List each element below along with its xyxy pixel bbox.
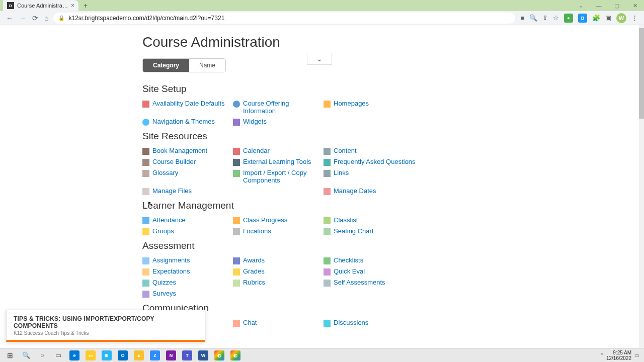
admin-link[interactable]: Locations	[243, 227, 271, 235]
search-button[interactable]: 🔍	[18, 348, 34, 363]
kebab-menu-icon[interactable]: ⋮	[631, 14, 638, 22]
admin-link-item: Content	[324, 147, 424, 155]
share-icon[interactable]: ⇪	[542, 14, 548, 22]
admin-link[interactable]: Widgets	[243, 118, 267, 125]
system-clock[interactable]: 9:25 AM 12/16/2022	[606, 350, 631, 361]
admin-link[interactable]: Book Management	[152, 147, 207, 154]
app-explorer[interactable]: ▭	[83, 348, 99, 363]
extension-1-icon[interactable]: ●	[564, 14, 573, 23]
app-store[interactable]: ⊞	[99, 348, 115, 363]
maximize-icon[interactable]: ▢	[608, 0, 626, 11]
links-icon	[324, 170, 331, 177]
tray-chevron[interactable]: ˄	[601, 352, 603, 358]
home-icon[interactable]: ⌂	[44, 14, 48, 22]
notifications-icon[interactable]: ▭	[634, 352, 639, 358]
admin-link[interactable]: Quick Eval	[334, 267, 365, 275]
admin-link[interactable]: Class Progress	[243, 216, 287, 224]
zoom-icon[interactable]: 🔍	[529, 14, 537, 22]
panel-icon[interactable]: ▣	[605, 14, 611, 22]
video-icon[interactable]: ■	[520, 14, 524, 22]
app-teams[interactable]: T	[179, 348, 195, 363]
admin-link[interactable]: Self Assessments	[334, 279, 385, 286]
forward-icon[interactable]: →	[19, 14, 26, 22]
notification-toast[interactable]: TIPS & TRICKS: USING IMPORT/EXPORT/COPY …	[6, 310, 205, 342]
admin-link[interactable]: Availability Date Defaults	[152, 100, 225, 107]
close-tab-icon[interactable]: ×	[71, 2, 74, 9]
nav-expand-caret[interactable]: ⌄	[307, 53, 332, 65]
tab-category[interactable]: Category	[143, 59, 189, 72]
close-window-icon[interactable]: ✕	[626, 0, 644, 11]
new-tab-button[interactable]: +	[78, 0, 93, 11]
admin-link[interactable]: Rubrics	[243, 279, 265, 286]
admin-link-item: Grades	[233, 267, 324, 276]
window-titlebar: D Course Administration - BC Sand... × +…	[0, 0, 644, 11]
taskview-button[interactable]: ▭	[50, 348, 66, 363]
admin-link[interactable]: Classlist	[334, 216, 358, 224]
app-chrome-1[interactable]: ◐	[211, 348, 227, 363]
heading-assessment: Assessment	[142, 240, 555, 251]
admin-link-item: Classlist	[324, 216, 414, 224]
app-word[interactable]: W	[195, 348, 211, 363]
scrollbar-thumb[interactable]	[639, 28, 644, 119]
quick-icon	[324, 268, 331, 276]
admin-link[interactable]: Awards	[243, 256, 265, 264]
admin-link[interactable]: Course Offering Information	[243, 100, 324, 115]
admin-link[interactable]: Seating Chart	[334, 227, 374, 235]
admin-link[interactable]: Attendance	[152, 216, 186, 224]
admin-link[interactable]: Groups	[152, 227, 174, 235]
address-bar[interactable]: 🔒 k12sr.brightspacedemo.com/d2l/lp/cmc/m…	[53, 13, 515, 24]
admin-link[interactable]: Quizzes	[152, 279, 176, 286]
admin-link[interactable]: Glossary	[152, 169, 178, 176]
admin-link[interactable]: Assignments	[152, 256, 190, 264]
start-button[interactable]: ⊞	[2, 348, 18, 363]
admin-link[interactable]: Homepages	[334, 100, 369, 107]
att-icon	[142, 217, 149, 224]
admin-link[interactable]: Manage Dates	[334, 187, 376, 195]
admin-link[interactable]: Expectations	[152, 267, 190, 275]
admin-link-item: Checklists	[324, 256, 414, 264]
admin-link[interactable]: Manage Files	[152, 187, 192, 195]
admin-link[interactable]: Calendar	[243, 147, 270, 154]
admin-link[interactable]: Navigation & Themes	[152, 118, 215, 125]
browser-tab[interactable]: D Course Administration - BC Sand... ×	[3, 0, 78, 11]
app-edge[interactable]: e	[66, 348, 83, 363]
minimize-icon[interactable]: —	[590, 0, 608, 11]
cal-icon	[142, 101, 149, 108]
builder-icon	[142, 159, 149, 166]
grid-learner-mgmt: AttendanceClass ProgressClasslistGroupsL…	[142, 216, 555, 235]
app-outlook[interactable]: O	[115, 348, 131, 363]
admin-link[interactable]: External Learning Tools	[243, 158, 311, 165]
extension-2-icon[interactable]: B	[578, 14, 587, 23]
app-onenote[interactable]: N	[163, 348, 179, 363]
bookmark-icon[interactable]: ☆	[553, 14, 559, 22]
admin-link[interactable]: Checklists	[334, 256, 363, 264]
admin-link-item: Course Builder	[142, 158, 233, 166]
admin-link[interactable]: Content	[334, 147, 357, 154]
grid-assessment: AssignmentsAwardsChecklistsExpectationsG…	[142, 256, 555, 298]
admin-link[interactable]: Discussions	[334, 319, 368, 326]
grid-site-resources: Book ManagementCalendarContentCourse Bui…	[142, 147, 555, 195]
admin-link-item: External Learning Tools	[233, 158, 324, 166]
admin-link[interactable]: Chat	[243, 319, 257, 326]
chevron-down-icon[interactable]: ⌄	[572, 0, 590, 11]
admin-link[interactable]: Links	[334, 169, 349, 176]
grid-site-setup: Availability Date DefaultsCourse Offerin…	[142, 100, 555, 126]
app-zoom[interactable]: Z	[147, 348, 163, 363]
reload-icon[interactable]: ⟳	[32, 14, 38, 22]
extensions-icon[interactable]: 🧩	[592, 14, 600, 22]
admin-link[interactable]: Course Builder	[152, 158, 196, 165]
cortana-button[interactable]: ○	[34, 348, 50, 363]
browser-toolbar: ← → ⟳ ⌂ 🔒 k12sr.brightspacedemo.com/d2l/…	[0, 11, 644, 25]
rubric-icon	[233, 280, 240, 287]
back-icon[interactable]: ←	[6, 14, 13, 22]
admin-link[interactable]: Frequently Asked Questions	[334, 158, 416, 165]
book-icon	[142, 148, 149, 155]
scrollbar-track[interactable]	[639, 25, 644, 348]
tab-name[interactable]: Name	[189, 59, 225, 72]
admin-link[interactable]: Grades	[243, 267, 265, 275]
profile-avatar[interactable]: W	[616, 13, 626, 23]
admin-link[interactable]: Surveys	[152, 290, 176, 297]
admin-link[interactable]: Import / Export / Copy Components	[243, 169, 324, 184]
app-chrome-2[interactable]: ◐	[227, 348, 244, 363]
app-drive[interactable]: ▲	[131, 348, 147, 363]
